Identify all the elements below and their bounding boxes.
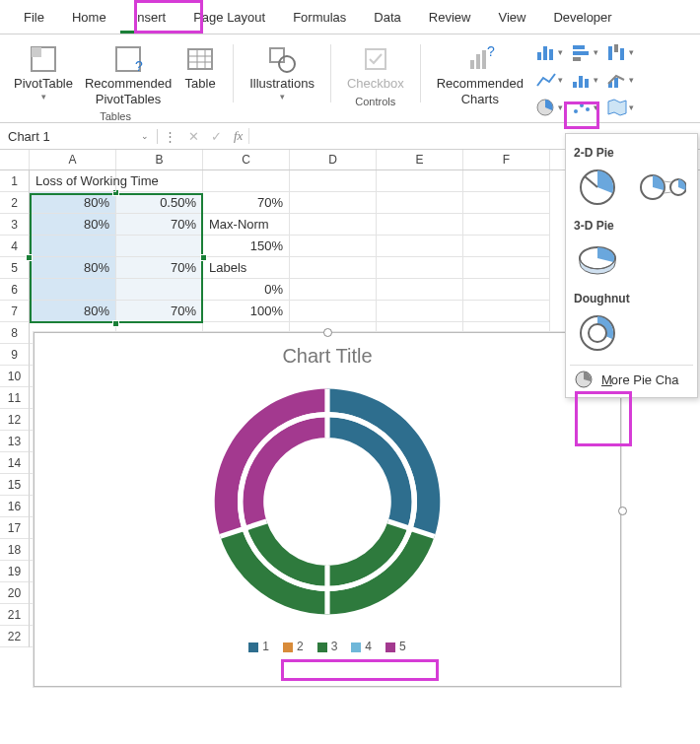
cell[interactable] [290, 214, 377, 236]
cell[interactable]: 0.50% [116, 192, 203, 214]
pie-chart-button[interactable]: ▾ [535, 96, 563, 119]
select-all-triangle[interactable] [0, 150, 30, 169]
doughnut-option[interactable] [574, 311, 621, 355]
line-chart-button[interactable]: ▾ [535, 68, 563, 92]
cell[interactable]: 70% [203, 192, 290, 214]
accept-formula-button[interactable]: ✓ [205, 123, 228, 149]
cell[interactable]: 100% [203, 301, 290, 322]
pie-3d-option[interactable] [574, 238, 621, 282]
cell[interactable]: 70% [116, 301, 203, 322]
cell[interactable] [116, 279, 203, 301]
chart-title[interactable]: Chart Title [35, 345, 620, 368]
cancel-formula-button[interactable]: ✕ [182, 123, 205, 149]
row-header[interactable]: 10 [0, 366, 30, 387]
cell[interactable] [290, 279, 377, 301]
cell[interactable]: 80% [30, 301, 116, 322]
cell[interactable] [463, 279, 550, 301]
cell[interactable] [377, 192, 463, 214]
pivot-table-button[interactable]: PivotTable ▾ [8, 40, 79, 108]
selection-handle[interactable] [112, 320, 119, 327]
cell[interactable]: Loss of Working Time [30, 170, 116, 192]
column-chart-button[interactable]: ▾ [535, 40, 563, 64]
pie-2d-option[interactable] [574, 166, 621, 209]
cell[interactable] [463, 257, 550, 279]
row-header[interactable]: 8 [0, 322, 30, 344]
doughnut-plot-area[interactable] [35, 373, 620, 630]
name-box[interactable]: Chart 1 ⌄ [0, 129, 158, 144]
waterfall-chart-button[interactable]: ▾ [606, 40, 634, 64]
tab-view[interactable]: View [484, 4, 539, 34]
row-header[interactable]: 2 [0, 192, 30, 214]
tab-data[interactable]: Data [360, 4, 414, 34]
tab-file[interactable]: File [10, 4, 58, 34]
cell[interactable] [203, 170, 290, 192]
cell[interactable] [290, 301, 377, 322]
col-header[interactable]: C [203, 150, 290, 169]
cell[interactable] [463, 236, 550, 257]
row-header[interactable]: 22 [0, 626, 30, 647]
tab-developer[interactable]: Developer [539, 4, 625, 34]
row-header[interactable]: 15 [0, 474, 30, 496]
cell[interactable]: 80% [30, 214, 116, 236]
illustrations-button[interactable]: Illustrations ▾ [244, 40, 320, 103]
chart-legend[interactable]: 1 2 3 4 5 [35, 640, 620, 653]
cell[interactable] [290, 192, 377, 214]
cell[interactable] [377, 279, 463, 301]
cell[interactable] [377, 301, 463, 322]
pie-of-pie-option[interactable] [639, 166, 686, 209]
stat-chart-button[interactable]: ▾ [571, 68, 598, 92]
cell[interactable] [377, 257, 463, 279]
cell[interactable]: 150% [203, 236, 290, 257]
cell[interactable]: Labels [203, 257, 290, 279]
cell[interactable] [463, 301, 550, 322]
cell[interactable] [377, 214, 463, 236]
row-header[interactable]: 16 [0, 496, 30, 517]
cell[interactable] [463, 170, 550, 192]
cell[interactable] [377, 236, 463, 257]
selection-handle[interactable] [26, 254, 33, 261]
more-pie-charts-button[interactable]: More Pie Cha [574, 370, 689, 389]
cell[interactable] [290, 236, 377, 257]
cell[interactable]: 0% [203, 279, 290, 301]
row-header[interactable]: 20 [0, 582, 30, 604]
embedded-chart[interactable]: Chart Title [34, 332, 621, 687]
tab-insert[interactable]: Insert [120, 4, 180, 34]
row-header[interactable]: 3 [0, 214, 30, 236]
col-header[interactable]: B [116, 150, 203, 169]
tab-home[interactable]: Home [58, 4, 120, 34]
vertical-dots-icon[interactable]: ⋮ [158, 123, 182, 149]
row-header[interactable]: 14 [0, 452, 30, 474]
cell[interactable]: 70% [116, 257, 203, 279]
cell[interactable]: Max-Norm [203, 214, 290, 236]
recommended-pivot-button[interactable]: ? Recommended PivotTables [79, 40, 177, 108]
row-header[interactable]: 21 [0, 604, 30, 626]
row-header[interactable]: 9 [0, 344, 30, 366]
cell[interactable] [290, 170, 377, 192]
table-button[interactable]: Table [177, 40, 223, 108]
combo-chart-button[interactable]: ▾ [606, 68, 634, 92]
cell[interactable] [463, 192, 550, 214]
cell[interactable] [116, 236, 203, 257]
tab-formulas[interactable]: Formulas [279, 4, 360, 34]
recommended-charts-button[interactable]: ? Recommended Charts [431, 40, 529, 108]
cell[interactable]: 70% [116, 214, 203, 236]
row-header[interactable]: 7 [0, 301, 30, 322]
tab-page-layout[interactable]: Page Layout [179, 4, 279, 34]
bar-chart-button[interactable]: ▾ [571, 40, 598, 64]
row-header[interactable]: 17 [0, 517, 30, 539]
cell[interactable] [463, 214, 550, 236]
chart-resize-handle[interactable] [323, 328, 332, 337]
row-header[interactable]: 18 [0, 539, 30, 561]
row-header[interactable]: 6 [0, 279, 30, 301]
col-header[interactable]: D [290, 150, 377, 169]
col-header[interactable]: E [377, 150, 463, 169]
cell[interactable]: 80% [30, 192, 116, 214]
cell[interactable] [290, 257, 377, 279]
cell[interactable] [377, 170, 463, 192]
cell[interactable] [30, 279, 116, 301]
row-header[interactable]: 12 [0, 409, 30, 431]
row-header[interactable]: 13 [0, 431, 30, 452]
selection-handle[interactable] [200, 254, 207, 261]
cell[interactable]: 80% [30, 257, 116, 279]
fx-icon[interactable]: fx [228, 123, 248, 149]
